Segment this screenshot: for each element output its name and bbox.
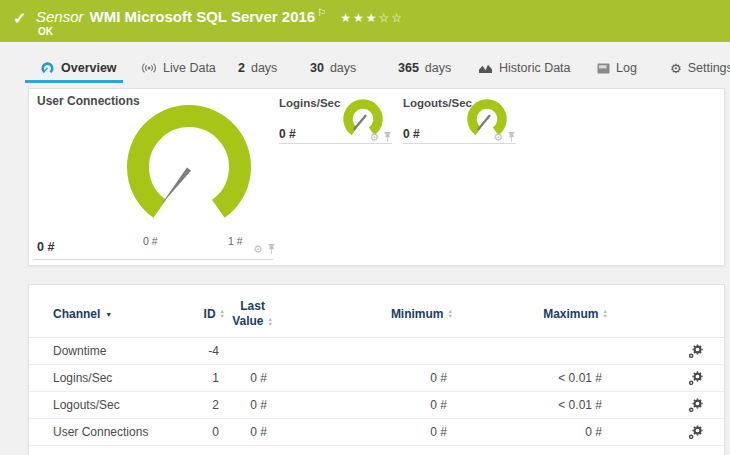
sensor-title-line: SensorWMI Microsoft SQL Server 2016⚐★★★☆… — [36, 7, 404, 25]
tab-365-days[interactable]: 365 days — [398, 56, 451, 80]
table-header-row: Channel ▼ ID ▲▼ Last Value ▲▼ Minimum ▲▼… — [29, 285, 724, 338]
sensor-status-banner: ✓ SensorWMI Microsoft SQL Server 2016⚐★★… — [0, 0, 730, 42]
gauge-divider — [403, 143, 516, 144]
logins-gauge-section: Logins/Sec 0 # ⚙ — [279, 89, 392, 149]
channel-maximum: 0 # — [453, 425, 608, 439]
gauge-scale-min: 0 # — [143, 235, 158, 247]
tab-overview-label: Overview — [61, 61, 117, 75]
channel-name: Logouts/Sec — [53, 398, 193, 412]
gauge-needle — [355, 116, 366, 129]
channel-minimum: 0 # — [273, 425, 453, 439]
active-tab-underline — [25, 80, 123, 83]
logins-gauge-title: Logins/Sec — [279, 97, 340, 109]
tab-2-days-label: days — [251, 61, 277, 75]
gauge-settings-icon[interactable]: ⚙ — [493, 132, 503, 143]
channel-name: Downtime — [53, 344, 193, 358]
column-header-id[interactable]: ID ▲▼ — [193, 307, 225, 321]
gauge-needle — [161, 167, 191, 205]
tab-2-days-number: 2 — [238, 61, 245, 75]
logins-value: 0 # — [279, 127, 296, 141]
sensor-title: WMI Microsoft SQL Server 2016 — [90, 8, 316, 25]
pin-icon[interactable] — [267, 244, 276, 255]
column-header-channel[interactable]: Channel ▼ — [53, 307, 193, 321]
gauge-toolbar: ⚙ — [253, 244, 276, 255]
pin-icon[interactable] — [507, 132, 516, 143]
channel-maximum: < 0.01 # — [453, 371, 608, 385]
channel-id: 1 — [193, 371, 225, 385]
sort-desc-icon: ▼ — [105, 311, 112, 318]
sort-icon: ▲▼ — [603, 309, 608, 319]
table-row: Downtime -4 — [29, 338, 724, 365]
check-icon: ✓ — [13, 9, 26, 28]
user-connections-gauge — [94, 102, 284, 237]
gear-icon: ⚙ — [670, 62, 682, 75]
log-icon — [597, 63, 610, 74]
tab-historic-data-label: Historic Data — [499, 61, 571, 75]
gauge-settings-icon[interactable]: ⚙ — [369, 132, 379, 143]
tab-log[interactable]: Log — [597, 56, 637, 80]
channel-name: Logins/Sec — [53, 371, 193, 385]
table-row: Logouts/Sec 2 0 # 0 # < 0.01 # — [29, 392, 724, 419]
table-row: User Connections 0 0 # 0 # 0 # — [29, 419, 724, 446]
channel-id: -4 — [193, 344, 225, 358]
tab-30-days-label: days — [330, 61, 356, 75]
channel-id: 2 — [193, 398, 225, 412]
gauge-toolbar: ⚙ — [493, 132, 516, 143]
channel-settings-icon[interactable] — [666, 344, 724, 359]
channel-name: User Connections — [53, 425, 193, 439]
channel-last-value: 0 # — [225, 425, 273, 439]
gauge-needle — [479, 116, 490, 129]
tab-365-days-number: 365 — [398, 61, 419, 75]
tab-live-data[interactable]: Live Data — [141, 56, 216, 80]
tab-settings-label: Settings — [688, 61, 730, 75]
tab-overview[interactable]: Overview — [40, 56, 117, 80]
column-header-maximum[interactable]: Maximum ▲▼ — [453, 307, 608, 321]
column-header-last-value[interactable]: Last Value ▲▼ — [225, 299, 273, 329]
flag-icon[interactable]: ⚐ — [317, 7, 326, 18]
tab-settings[interactable]: ⚙ Settings — [670, 56, 730, 80]
gauge-divider — [279, 143, 392, 144]
channel-maximum: < 0.01 # — [453, 398, 608, 412]
table-row: Logins/Sec 1 0 # 0 # < 0.01 # — [29, 365, 724, 392]
channel-minimum: 0 # — [273, 398, 453, 412]
gauge-settings-icon[interactable]: ⚙ — [253, 244, 263, 255]
channel-settings-icon[interactable] — [666, 398, 724, 413]
gauge-icon — [40, 61, 55, 75]
channel-settings-icon[interactable] — [666, 371, 724, 386]
tab-bar: Overview Live Data 2 days 30 days 365 da… — [0, 42, 730, 88]
channel-last-value: 0 # — [225, 371, 273, 385]
tab-30-days[interactable]: 30 days — [310, 56, 356, 80]
channel-last-value: 0 # — [225, 398, 273, 412]
gauge-divider — [33, 259, 273, 260]
gauge-toolbar: ⚙ — [369, 132, 392, 143]
star-rating[interactable]: ★★★☆☆ — [340, 11, 404, 25]
channel-settings-icon[interactable] — [666, 425, 724, 440]
object-kind-label: Sensor — [36, 8, 84, 25]
column-header-minimum[interactable]: Minimum ▲▼ — [273, 307, 453, 321]
channel-minimum: 0 # — [273, 371, 453, 385]
status-badge: OK — [38, 26, 53, 37]
logouts-gauge-section: Logouts/Sec 0 # ⚙ — [403, 89, 516, 149]
channels-table-panel: Channel ▼ ID ▲▼ Last Value ▲▼ Minimum ▲▼… — [28, 284, 725, 455]
channel-id: 0 — [193, 425, 225, 439]
tab-log-label: Log — [616, 61, 637, 75]
logouts-gauge-title: Logouts/Sec — [403, 97, 472, 109]
gauges-panel: User Connections 0 # 1 # 0 # ⚙ Logins/Se… — [28, 88, 725, 266]
tab-historic-data[interactable]: Historic Data — [478, 56, 571, 80]
tab-365-days-label: days — [425, 61, 451, 75]
gauge-scale-max: 1 # — [228, 235, 243, 247]
broadcast-icon — [141, 62, 157, 74]
tab-live-data-label: Live Data — [163, 61, 216, 75]
tab-2-days[interactable]: 2 days — [238, 56, 277, 80]
area-chart-icon — [478, 62, 493, 74]
user-connections-value: 0 # — [37, 240, 54, 254]
pin-icon[interactable] — [383, 132, 392, 143]
logouts-value: 0 # — [403, 127, 420, 141]
tab-30-days-number: 30 — [310, 61, 324, 75]
